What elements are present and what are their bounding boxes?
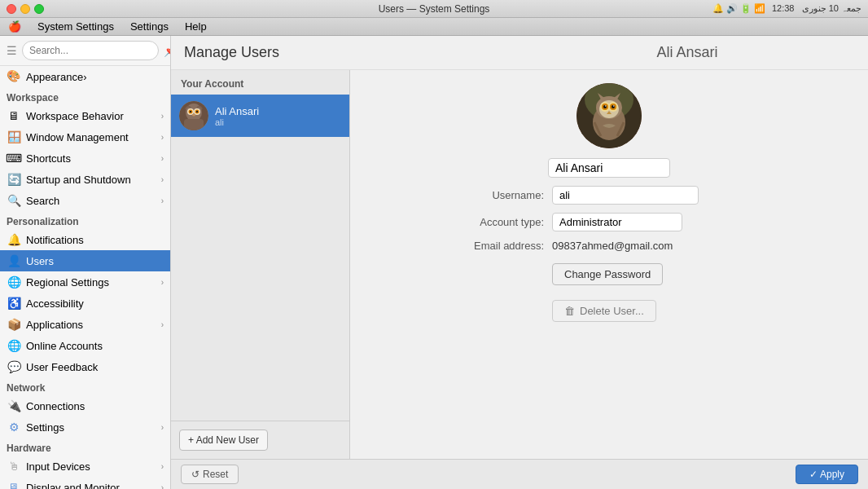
your-account-label: Your Account xyxy=(171,70,349,95)
email-label: Email address: xyxy=(438,240,552,252)
search-input[interactable] xyxy=(22,41,159,60)
form-row-username: Username: xyxy=(438,186,780,205)
chevron-icon: › xyxy=(161,320,164,329)
username-field[interactable] xyxy=(552,186,699,205)
window-management-icon: 🪟 xyxy=(7,130,21,144)
delete-user-button[interactable]: 🗑 Delete User... xyxy=(552,300,656,322)
chevron-icon: › xyxy=(161,133,164,142)
notifications-icon: 🔔 xyxy=(7,232,21,247)
sidebar-item-notifications[interactable]: 🔔 Notifications xyxy=(0,229,170,250)
form-table: Username: Account type: Administrator St… xyxy=(438,186,780,330)
user-name: Ali Ansari xyxy=(215,105,259,117)
form-value xyxy=(552,186,780,205)
page-title: Manage Users xyxy=(184,44,519,61)
section-hardware: Hardware xyxy=(0,438,170,456)
section-network: Network xyxy=(0,377,170,395)
svg-point-28 xyxy=(613,105,615,107)
window-controls xyxy=(7,4,44,14)
titlebar: Users — System Settings 🔔 🔊 🔋 📶 جمعہ 10 … xyxy=(0,0,868,18)
svg-rect-10 xyxy=(184,119,204,130)
settings-menu-item[interactable]: Settings xyxy=(127,20,172,33)
users-icon: 👤 xyxy=(7,253,21,268)
close-button[interactable] xyxy=(7,4,16,14)
apply-icon: ✓ xyxy=(809,469,818,480)
form-row-account-type: Account type: Administrator Standard xyxy=(438,213,780,231)
sidebar: ☰ 📌 🎨 Appearance › Workspace 🖥 Workspace… xyxy=(0,36,171,489)
shortcuts-icon: ⌨ xyxy=(7,151,21,165)
user-list-item[interactable]: Ali Ansari ali xyxy=(171,95,349,137)
sidebar-item-appearance[interactable]: 🎨 Appearance › xyxy=(0,66,170,87)
help-menu-item[interactable]: Help xyxy=(182,20,210,33)
avatar-image xyxy=(179,101,208,130)
svg-point-27 xyxy=(605,105,607,107)
datetime: جمعہ 10 جنوری 12:38 xyxy=(772,3,861,14)
search-icon: 🔍 xyxy=(7,193,21,208)
svg-point-7 xyxy=(190,111,191,112)
sidebar-item-display[interactable]: 🖥 Display and Monitor › xyxy=(0,477,170,489)
startup-icon: 🔄 xyxy=(7,172,21,187)
sidebar-item-user-feedback[interactable]: 💬 User Feedback xyxy=(0,356,170,377)
chevron-icon: › xyxy=(161,112,164,121)
svg-point-8 xyxy=(196,111,198,112)
sidebar-item-applications[interactable]: 📦 Applications › xyxy=(0,314,170,335)
content-body: Your Account xyxy=(171,70,868,459)
user-info: Ali Ansari ali xyxy=(215,105,259,127)
large-avatar xyxy=(576,83,642,148)
user-login: ali xyxy=(215,117,259,127)
change-password-button[interactable]: Change Password xyxy=(552,263,663,285)
reset-button[interactable]: ↺ Reset xyxy=(181,465,239,484)
online-accounts-icon: 🌐 xyxy=(7,338,21,353)
svg-point-9 xyxy=(192,114,195,117)
sidebar-header: ☰ 📌 xyxy=(0,36,170,66)
sidebar-item-startup[interactable]: 🔄 Startup and Shutdown › xyxy=(0,169,170,190)
sidebar-item-accessibility[interactable]: ♿ Accessibility xyxy=(0,293,170,314)
menu-bar: 🍎 System Settings Settings Help xyxy=(0,18,868,36)
regional-icon: 🌐 xyxy=(7,275,21,289)
user-details-panel: Username: Account type: Administrator St… xyxy=(350,70,868,459)
display-icon: 🖥 xyxy=(7,480,21,489)
sidebar-item-network-settings[interactable]: ⚙ Settings › xyxy=(0,416,170,438)
chevron-icon: › xyxy=(161,154,164,163)
chevron-icon: › xyxy=(161,196,164,205)
chevron-icon: › xyxy=(161,278,164,287)
appearance-icon: 🎨 xyxy=(7,69,21,84)
section-workspace: Workspace xyxy=(0,87,170,105)
reset-icon: ↺ xyxy=(191,469,199,480)
chevron-icon: › xyxy=(83,71,86,83)
pin-icon: 📌 xyxy=(164,44,171,57)
apple-menu[interactable]: 🍎 xyxy=(5,20,24,33)
sidebar-item-search[interactable]: 🔍 Search › xyxy=(0,190,170,211)
sidebar-item-regional[interactable]: 🌐 Regional Settings › xyxy=(0,271,170,293)
sidebar-item-connections[interactable]: 🔌 Connections xyxy=(0,395,170,416)
user-name-field[interactable] xyxy=(548,158,670,178)
tray-icons: 🔔 🔊 🔋 📶 xyxy=(712,3,765,14)
chevron-icon: › xyxy=(161,462,164,471)
sidebar-item-workspace-behavior[interactable]: 🖥 Workspace Behavior › xyxy=(0,105,170,126)
email-value: 09837ahmed@gmail.com xyxy=(552,240,673,252)
sidebar-item-users[interactable]: 👤 Users xyxy=(0,250,170,271)
chevron-icon: › xyxy=(161,483,164,490)
add-user-button[interactable]: + Add New User xyxy=(179,430,268,451)
user-feedback-icon: 💬 xyxy=(7,359,21,374)
connections-icon: 🔌 xyxy=(7,399,21,413)
chevron-icon: › xyxy=(161,423,164,432)
network-settings-icon: ⚙ xyxy=(7,420,21,434)
sidebar-item-online-accounts[interactable]: 🌐 Online Accounts xyxy=(0,335,170,356)
form-value: Change Password xyxy=(552,260,780,285)
minimize-button[interactable] xyxy=(20,4,30,14)
maximize-button[interactable] xyxy=(34,4,44,14)
section-personalization: Personalization xyxy=(0,211,170,229)
sidebar-item-input-devices[interactable]: 🖱 Input Devices › xyxy=(0,456,170,477)
applications-icon: 📦 xyxy=(7,317,21,332)
user-name-display xyxy=(548,158,670,178)
form-row-delete: 🗑 Delete User... xyxy=(438,293,780,322)
account-type-select[interactable]: Administrator Standard xyxy=(552,213,682,231)
sidebar-item-shortcuts[interactable]: ⌨ Shortcuts › xyxy=(0,148,170,169)
content-header: Manage Users Ali Ansari xyxy=(171,36,868,70)
form-value: Administrator Standard xyxy=(552,213,780,231)
apply-button[interactable]: ✓ Apply xyxy=(796,465,858,484)
user-list-footer: + Add New User xyxy=(171,421,349,459)
sidebar-item-window-management[interactable]: 🪟 Window Management › xyxy=(0,126,170,148)
app-menu-item[interactable]: System Settings xyxy=(34,20,117,33)
account-type-label: Account type: xyxy=(438,216,552,228)
